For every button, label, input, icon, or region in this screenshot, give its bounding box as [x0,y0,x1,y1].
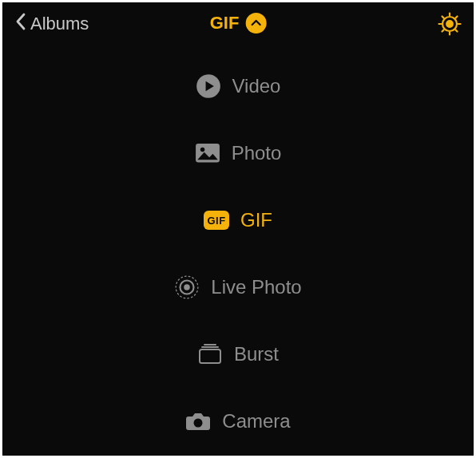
header: Albums GIF [3,3,473,45]
menu-item-gif[interactable]: GIF GIF [158,209,318,231]
burst-icon [197,343,223,365]
svg-point-8 [184,284,190,290]
menu-item-photo[interactable]: Photo [158,142,318,164]
menu-item-burst[interactable]: Burst [158,343,318,365]
screen: Albums GIF [2,2,474,456]
menu-item-video[interactable]: Video [158,75,318,97]
settings-button[interactable] [438,12,462,36]
play-icon [196,75,221,97]
svg-rect-9 [200,349,220,363]
menu-label: Photo [232,142,282,164]
gear-icon [438,25,462,38]
svg-point-5 [200,148,204,152]
filter-menu: Video Photo GIF GIF [3,75,473,432]
title-dropdown[interactable]: GIF [210,13,267,34]
chevron-up-icon [245,13,266,34]
svg-point-0 [446,21,453,27]
menu-label: GIF [240,209,272,231]
menu-label: Video [232,75,281,97]
svg-point-10 [194,419,203,428]
menu-label: Burst [234,343,279,365]
back-label: Albums [30,14,89,34]
back-button[interactable]: Albums [14,12,89,36]
chevron-left-icon [14,12,27,36]
gif-icon: GIF [204,209,229,231]
photo-icon [195,142,220,164]
live-photo-icon [174,276,200,298]
page-title: GIF [210,13,240,34]
menu-label: Live Photo [211,276,301,298]
menu-label: Camera [222,410,290,432]
menu-item-live-photo[interactable]: Live Photo [158,276,318,298]
camera-icon [185,410,211,432]
menu-item-camera[interactable]: Camera [158,410,318,432]
